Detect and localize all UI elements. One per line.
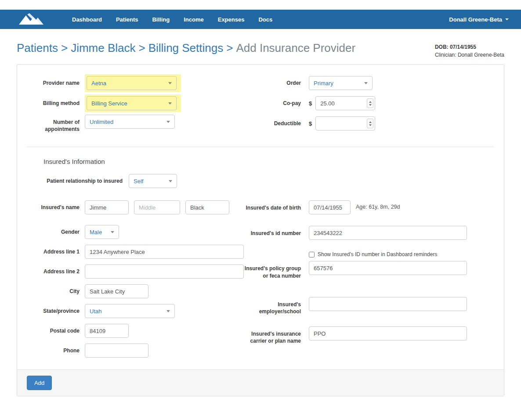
provider-name-value: Aetna <box>91 80 106 87</box>
patient-meta: DOB: 07/14/1955 Clinician: Donall Greene… <box>435 43 504 59</box>
middle-name-input[interactable] <box>134 200 180 214</box>
page-header: Patients>Jimme Black>Billing Settings>Ad… <box>0 41 521 59</box>
state-select[interactable]: Utah <box>85 304 175 318</box>
nav-item-billing[interactable]: Billing <box>152 16 170 23</box>
state-value: Utah <box>90 308 101 315</box>
insured-id-label: Insured's id number <box>244 226 301 237</box>
policy-group-input[interactable] <box>309 261 467 275</box>
insured-dob-label: Insured's date of birth <box>244 200 301 211</box>
chevron-down-icon <box>364 82 368 84</box>
show-id-checkbox-label: Show Insured's ID number in Dashboard re… <box>318 251 437 257</box>
show-id-checkbox[interactable] <box>309 252 315 257</box>
phone-input[interactable] <box>85 344 148 358</box>
postal-code-label: Postal code <box>27 327 80 334</box>
policy-group-label: Insured's policy group or feca number <box>244 261 301 279</box>
order-value: Primary <box>314 80 333 87</box>
breadcrumb-patient-name[interactable]: Jimme Black <box>71 41 135 54</box>
billing-method-select[interactable]: Billing Service <box>87 96 177 110</box>
state-label: State/province <box>27 308 80 315</box>
address-line2-label: Address line 2 <box>27 268 80 275</box>
section-divider <box>27 147 494 147</box>
billing-method-highlight: Billing Service <box>85 94 181 112</box>
chevron-down-icon <box>505 18 509 20</box>
deductible-input[interactable] <box>315 116 375 130</box>
insured-id-input[interactable] <box>309 226 467 240</box>
deductible-currency-symbol: $ <box>309 120 312 127</box>
deductible-label: Deductible <box>244 120 301 127</box>
chevron-down-icon <box>169 180 172 182</box>
address-line1-input[interactable] <box>85 245 244 259</box>
order-select[interactable]: Primary <box>309 76 373 90</box>
insured-section-title: Insured's Information <box>43 158 494 165</box>
patient-clinician-text: Clinician: Donall Greene-Beta <box>435 51 504 59</box>
address-line1-label: Address line 1 <box>27 248 80 255</box>
user-menu-label: Donall Greene-Beta <box>449 16 502 23</box>
nav-item-dashboard[interactable]: Dashboard <box>72 16 102 23</box>
gender-value: Male <box>90 229 102 235</box>
provider-name-select[interactable]: Aetna <box>87 76 177 90</box>
employer-school-label: Insured's employer/school <box>244 297 301 315</box>
chevron-down-icon <box>168 82 172 84</box>
chevron-down-icon <box>166 121 170 123</box>
add-button[interactable]: Add <box>27 376 52 390</box>
deductible-stepper-icon[interactable] <box>367 119 373 128</box>
insurance-form-panel: Provider name Aetna Billing method Billi… <box>17 64 504 396</box>
nav-items: Dashboard Patients Billing Income Expens… <box>72 16 272 23</box>
breadcrumb-separator: > <box>139 41 145 54</box>
breadcrumb-patients[interactable]: Patients <box>17 41 58 54</box>
insured-name-label: Insured's name <box>27 204 80 211</box>
breadcrumb-billing-settings[interactable]: Billing Settings <box>148 41 224 54</box>
appointments-select[interactable]: Unlimited <box>85 115 175 129</box>
chevron-down-icon <box>166 310 170 312</box>
insured-age-text: Age: 61y, 8m, 29d <box>356 200 400 210</box>
app-logo-icon[interactable] <box>18 13 44 26</box>
insured-dob-input[interactable] <box>309 200 351 214</box>
nav-item-docs[interactable]: Docs <box>258 16 272 23</box>
breadcrumb-separator: > <box>226 41 233 54</box>
first-name-input[interactable] <box>85 200 129 214</box>
relationship-value: Self <box>134 178 143 185</box>
appointments-label: Number of appointments <box>27 115 80 133</box>
appointments-value: Unlimited <box>90 119 113 125</box>
chevron-down-icon <box>111 231 114 233</box>
postal-code-input[interactable] <box>85 324 129 338</box>
city-label: City <box>27 288 80 295</box>
provider-name-label: Provider name <box>27 80 80 87</box>
nav-item-expenses[interactable]: Expenses <box>218 16 245 23</box>
copay-label: Co-pay <box>244 100 301 107</box>
nav-item-patients[interactable]: Patients <box>116 16 138 23</box>
provider-name-highlight: Aetna <box>85 74 181 92</box>
chevron-down-icon <box>168 102 172 105</box>
breadcrumb-separator: > <box>61 41 68 54</box>
insurance-carrier-input[interactable] <box>309 326 467 340</box>
city-input[interactable] <box>85 284 148 298</box>
breadcrumb-current-page: Add Insurance Provider <box>236 41 355 54</box>
last-name-input[interactable] <box>185 200 229 214</box>
copay-currency-symbol: $ <box>309 100 312 107</box>
patient-dob-text: DOB: 07/14/1955 <box>435 43 504 51</box>
copay-stepper-icon[interactable] <box>367 98 373 108</box>
phone-label: Phone <box>27 347 80 354</box>
billing-method-label: Billing method <box>27 100 80 107</box>
billing-method-value: Billing Service <box>91 100 127 107</box>
relationship-label: Patient relationship to insured <box>27 178 123 184</box>
copay-input[interactable] <box>315 96 375 110</box>
form-footer: Add <box>17 369 504 396</box>
user-menu[interactable]: Donall Greene-Beta <box>449 16 509 23</box>
employer-school-input[interactable] <box>309 297 467 311</box>
breadcrumb: Patients>Jimme Black>Billing Settings>Ad… <box>17 41 355 55</box>
address-line2-input[interactable] <box>85 264 244 279</box>
nav-item-income[interactable]: Income <box>184 16 204 23</box>
relationship-select[interactable]: Self <box>129 174 177 188</box>
gender-select[interactable]: Male <box>85 225 119 239</box>
insurance-carrier-label: Insured's insurance carrier or plan name <box>244 326 301 344</box>
order-label: Order <box>244 80 301 87</box>
gender-label: Gender <box>27 228 80 235</box>
top-navbar: Dashboard Patients Billing Income Expens… <box>0 10 521 29</box>
